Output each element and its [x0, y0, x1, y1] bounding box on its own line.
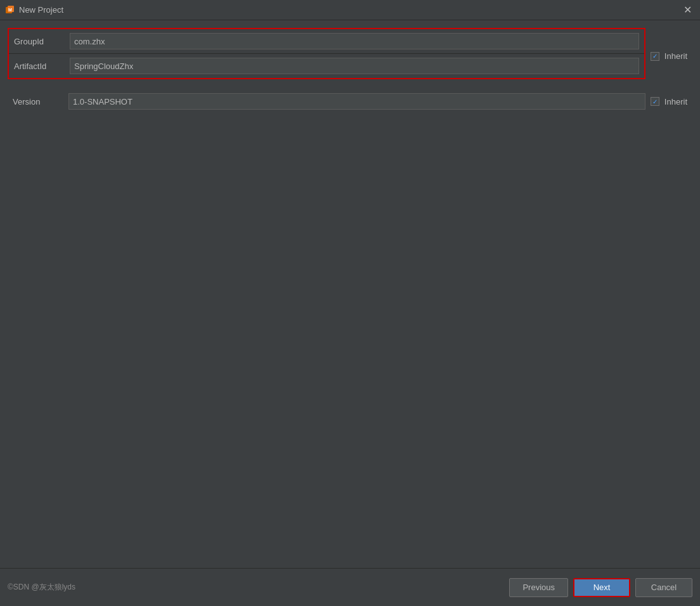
inherit-checkbox-2[interactable]	[651, 97, 659, 106]
dialog-content: GroupId ArtifactId Inherit Version	[0, 20, 700, 568]
inherit-checkbox-1[interactable]	[651, 52, 659, 61]
title-bar: M New Project ✕	[0, 0, 700, 20]
close-button[interactable]: ✕	[680, 3, 695, 18]
version-row: Version Inherit	[8, 89, 692, 113]
group-id-row: GroupId	[9, 29, 644, 54]
next-button[interactable]: Next	[573, 578, 630, 597]
watermark-text: ©SDN @灰太狼lyds	[8, 582, 75, 593]
group-id-label: GroupId	[14, 37, 65, 46]
version-inner: Version	[8, 93, 645, 110]
artifact-id-input[interactable]	[70, 58, 639, 74]
version-input[interactable]	[68, 93, 645, 110]
artifact-id-row: ArtifactId	[9, 54, 644, 78]
inherit-label-1: Inherit	[664, 51, 687, 61]
title-bar-left: M New Project	[5, 5, 63, 15]
group-artifact-section: GroupId ArtifactId	[8, 28, 645, 79]
project-icon: M	[5, 5, 15, 15]
inherit-label-2: Inherit	[664, 97, 687, 106]
svg-text:M: M	[8, 8, 12, 12]
dialog-footer: ©SDN @灰太狼lyds Previous Next Cancel	[0, 568, 700, 606]
dialog-title: New Project	[19, 5, 63, 15]
artifact-id-label: ArtifactId	[14, 61, 65, 71]
previous-button[interactable]: Previous	[509, 578, 568, 597]
inherit-checkbox-2-area: Inherit	[645, 97, 692, 106]
new-project-dialog: M New Project ✕ GroupId ArtifactId	[0, 0, 700, 606]
group-id-input[interactable]	[70, 33, 639, 49]
cancel-button[interactable]: Cancel	[635, 578, 692, 597]
inherit-checkbox-1-area: Inherit	[645, 28, 692, 84]
version-label: Version	[13, 97, 63, 106]
